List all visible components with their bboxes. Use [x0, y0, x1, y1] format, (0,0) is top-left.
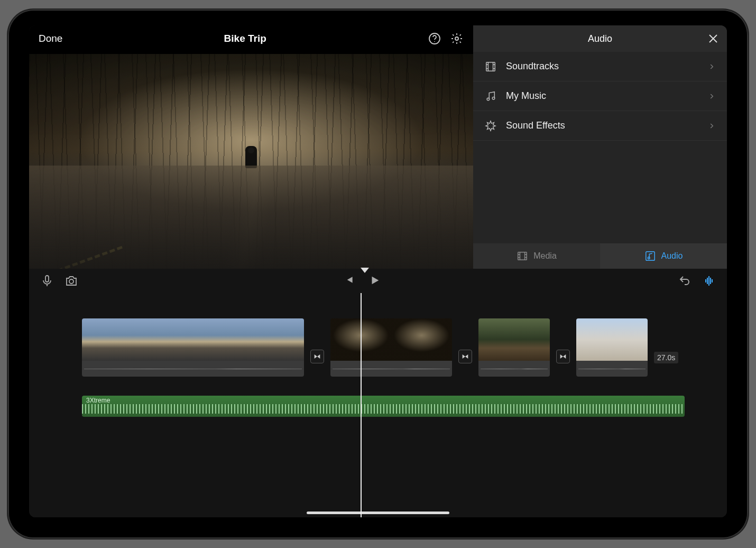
camera-icon[interactable]	[65, 275, 78, 287]
preview-header: Done Bike Trip	[29, 25, 473, 52]
chevron-right-icon	[708, 122, 715, 130]
project-title: Bike Trip	[71, 33, 419, 44]
waveform-icon[interactable]	[703, 275, 715, 287]
timeline[interactable]: 27.0s 3Xtreme	[29, 293, 727, 517]
home-indicator[interactable]	[307, 512, 449, 514]
audio-track[interactable]: 3Xtreme	[82, 396, 685, 417]
audio-row-label: Soundtracks	[506, 61, 698, 72]
done-button[interactable]: Done	[39, 33, 62, 44]
audio-panel-header: Audio	[473, 25, 727, 52]
upper-pane: Done Bike Trip Audio	[29, 25, 727, 269]
audio-row-my-music[interactable]: My Music	[473, 81, 727, 111]
svg-rect-9	[45, 276, 49, 282]
close-icon[interactable]	[707, 32, 720, 45]
audio-track-name: 3Xtreme	[86, 397, 110, 404]
chevron-right-icon	[708, 93, 715, 100]
undo-icon[interactable]	[678, 275, 691, 287]
film-strip-icon	[485, 61, 496, 72]
svg-rect-3	[486, 62, 495, 71]
clip-waveform	[478, 361, 550, 377]
clip-waveform	[330, 361, 452, 377]
svg-point-8	[648, 257, 650, 259]
preview-subject	[245, 146, 257, 168]
audio-row-label: My Music	[506, 90, 698, 102]
preview-pane: Done Bike Trip	[29, 25, 473, 269]
help-icon[interactable]	[428, 32, 441, 45]
svg-point-5	[492, 97, 495, 99]
svg-rect-6	[518, 252, 527, 260]
microphone-icon[interactable]	[41, 275, 53, 287]
burst-icon	[485, 120, 496, 132]
timeline-toolbar	[29, 269, 727, 293]
music-note-icon	[485, 90, 496, 102]
tab-media[interactable]: Media	[473, 243, 600, 269]
app-screen: Done Bike Trip Audio	[29, 25, 727, 517]
playback-controls	[344, 275, 382, 287]
audio-row-sound-effects[interactable]: Sound Effects	[473, 111, 727, 141]
audio-panel: Audio Soundtracks	[473, 25, 727, 269]
clip-waveform	[576, 361, 648, 377]
video-clip-4[interactable]	[576, 318, 648, 377]
audio-panel-title: Audio	[493, 33, 707, 44]
video-clip-3[interactable]	[478, 318, 550, 377]
audio-track-waveform	[82, 404, 685, 414]
audio-list: Soundtracks My Music	[473, 52, 727, 243]
audio-panel-tabs: Media Audio	[473, 243, 727, 269]
gear-icon[interactable]	[450, 32, 464, 45]
ipad-frame: Done Bike Trip Audio	[8, 10, 748, 538]
tab-audio[interactable]: Audio	[600, 243, 727, 269]
audio-row-label: Sound Effects	[506, 120, 698, 131]
skip-back-icon[interactable]	[344, 275, 356, 287]
video-preview[interactable]	[29, 54, 473, 269]
transition-icon[interactable]	[310, 350, 324, 363]
audio-row-soundtracks[interactable]: Soundtracks	[473, 52, 727, 81]
video-clip-1[interactable]	[82, 318, 304, 377]
project-duration: 27.0s	[654, 352, 678, 363]
transition-icon[interactable]	[556, 350, 570, 363]
video-clip-2[interactable]	[330, 318, 452, 377]
playhead-line[interactable]	[361, 293, 362, 517]
svg-rect-7	[646, 252, 654, 261]
svg-point-4	[487, 98, 490, 101]
tab-media-label: Media	[533, 251, 557, 261]
playhead-marker[interactable]	[361, 268, 369, 273]
svg-point-2	[455, 37, 458, 40]
clip-waveform	[82, 361, 304, 377]
svg-point-1	[434, 41, 435, 42]
svg-point-10	[69, 279, 73, 284]
preview-road-marking	[57, 246, 123, 269]
video-track: 27.0s	[29, 318, 727, 381]
chevron-right-icon	[708, 63, 715, 70]
tab-audio-label: Audio	[661, 251, 683, 261]
play-icon[interactable]	[369, 275, 382, 287]
transition-icon[interactable]	[458, 350, 472, 363]
